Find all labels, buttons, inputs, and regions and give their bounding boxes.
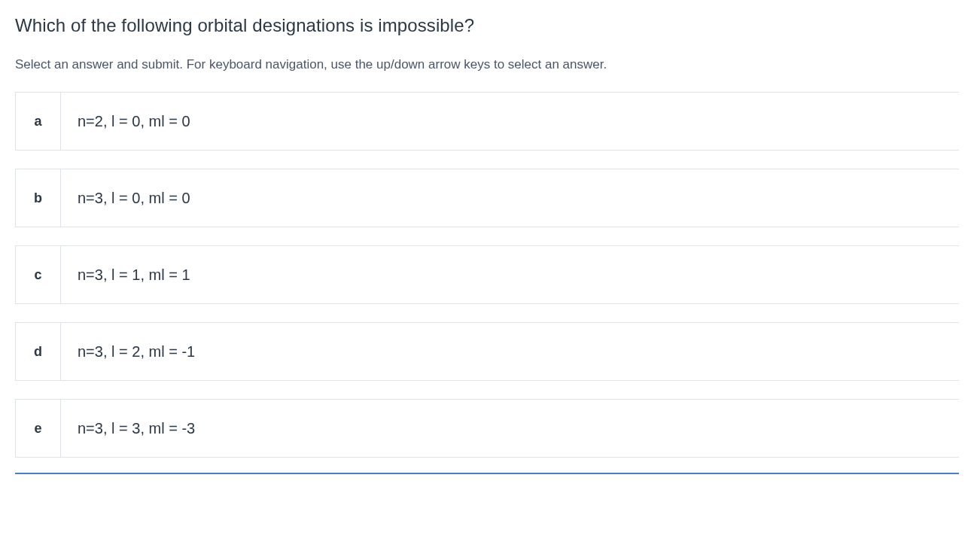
question-title: Which of the following orbital designati… (15, 15, 959, 36)
option-text: n=3, l = 3, ml = -3 (61, 400, 959, 457)
options-list: a n=2, l = 0, ml = 0 b n=3, l = 0, ml = … (15, 92, 959, 458)
option-d[interactable]: d n=3, l = 2, ml = -1 (15, 322, 959, 381)
option-text: n=3, l = 1, ml = 1 (61, 246, 959, 303)
option-e[interactable]: e n=3, l = 3, ml = -3 (15, 399, 959, 458)
option-c[interactable]: c n=3, l = 1, ml = 1 (15, 245, 959, 304)
option-text: n=3, l = 0, ml = 0 (61, 169, 959, 227)
option-text: n=3, l = 2, ml = -1 (61, 323, 959, 380)
option-b[interactable]: b n=3, l = 0, ml = 0 (15, 169, 959, 227)
question-instructions: Select an answer and submit. For keyboar… (15, 57, 959, 72)
option-a[interactable]: a n=2, l = 0, ml = 0 (15, 92, 959, 151)
divider-line (15, 473, 959, 474)
option-key: e (16, 400, 61, 457)
option-key: a (16, 93, 61, 150)
option-key: d (16, 323, 61, 380)
option-text: n=2, l = 0, ml = 0 (61, 93, 959, 150)
option-key: b (16, 169, 61, 227)
option-key: c (16, 246, 61, 303)
